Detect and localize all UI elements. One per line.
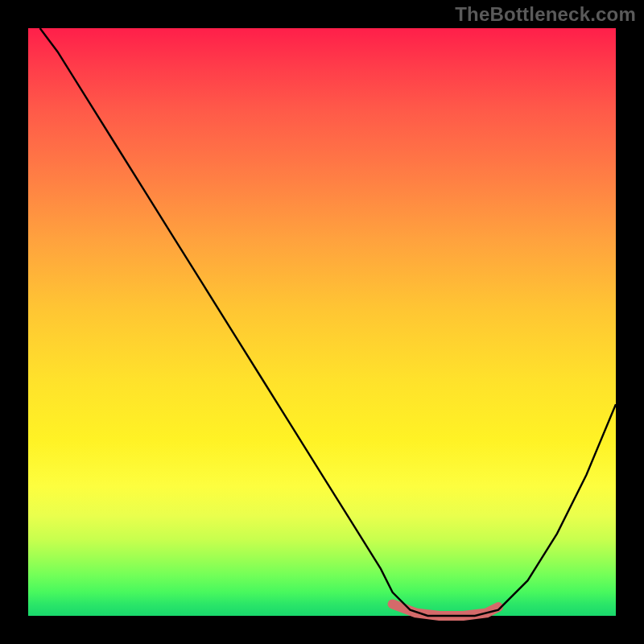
chart-frame: TheBottleneck.com (0, 0, 644, 644)
plot-area (28, 28, 616, 616)
curve-overlay (28, 28, 616, 616)
bottleneck-curve-line (40, 28, 616, 616)
watermark-text: TheBottleneck.com (455, 3, 636, 26)
